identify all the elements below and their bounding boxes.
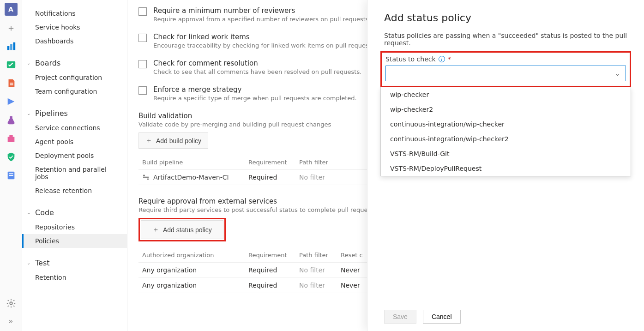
nav-repositories[interactable]: Repositories: [22, 220, 127, 234]
policy-desc: Require a specific type of merge when pu…: [153, 95, 357, 102]
status-option[interactable]: wip-checker2: [381, 102, 631, 117]
status-options-dropdown: wip-checker wip-checker2 continuous-inte…: [380, 87, 631, 176]
add-status-policy-highlight: ＋ Add status policy: [138, 218, 226, 241]
policy-desc: Check to see that all comments have been…: [153, 68, 361, 75]
status-field-highlight: Status to check i * ⌄: [380, 51, 631, 87]
required-asterisk: *: [448, 55, 451, 63]
cell-org: Any organization: [138, 278, 245, 293]
nav-project-config[interactable]: Project configuration: [22, 71, 127, 84]
shield-icon[interactable]: [5, 150, 18, 163]
nav-agent-pools[interactable]: Agent pools: [22, 135, 127, 149]
nav-group-boards[interactable]: ⌄Boards: [22, 55, 127, 71]
policy-merge-checkbox[interactable]: [138, 86, 147, 95]
plus-icon: ＋: [152, 225, 159, 234]
expand-icon[interactable]: »: [5, 314, 18, 327]
nav-notifications[interactable]: Notifications: [22, 6, 127, 20]
svg-point-11: [10, 302, 12, 305]
settings-nav: Notifications Service hooks Dashboards ⌄…: [22, 0, 127, 331]
add-status-policy-panel: Add status policy Status policies are pa…: [367, 0, 644, 331]
panel-intro: Status policies are passing when a "succ…: [384, 32, 627, 47]
test-plans-icon[interactable]: [5, 114, 18, 126]
policy-desc: Encourage traceability by checking for l…: [153, 42, 376, 49]
cell-req: Required: [245, 263, 295, 278]
status-option[interactable]: VSTS-RM/DeployPullRequest: [381, 161, 631, 176]
nav-group-code-label: Code: [35, 208, 54, 217]
cell-org: Any organization: [138, 263, 245, 278]
col-requirement: Requirement: [245, 155, 295, 170]
pipeline-icon: [142, 174, 150, 181]
overview-icon[interactable]: [5, 40, 18, 53]
svg-rect-6: [7, 137, 14, 142]
svg-rect-1: [10, 44, 12, 50]
add-build-policy-label: Add build policy: [156, 137, 201, 144]
svg-rect-2: [13, 42, 15, 50]
col-auth-org: Authorized organization: [138, 248, 245, 263]
nav-retention-jobs[interactable]: Retention and parallel jobs: [22, 162, 127, 184]
svg-rect-9: [9, 173, 13, 174]
nav-group-boards-label: Boards: [35, 59, 60, 67]
svg-rect-5: [10, 84, 13, 85]
repos-icon[interactable]: [5, 77, 18, 90]
wiki-icon[interactable]: [5, 169, 18, 182]
pipeline-name: ArtifactDemo-Maven-CI: [153, 174, 229, 181]
policy-desc: Require approval from a specified number…: [153, 16, 371, 23]
svg-rect-12: [143, 177, 149, 178]
project-avatar[interactable]: A: [5, 3, 18, 16]
svg-rect-7: [9, 135, 12, 138]
nav-release-retention[interactable]: Release retention: [22, 184, 127, 198]
status-label-text: Status to check: [385, 55, 436, 63]
add-build-policy-button[interactable]: ＋ Add build policy: [138, 132, 208, 149]
policy-comment-checkbox[interactable]: [138, 60, 147, 68]
cell-requirement: Required: [245, 170, 295, 185]
policy-title: Check for linked work items: [153, 33, 376, 41]
plus-icon[interactable]: ＋: [5, 21, 18, 34]
cell-req: Required: [245, 278, 295, 293]
chevron-down-icon: ⌄: [611, 67, 624, 80]
cell-path: No filter: [295, 263, 337, 278]
status-to-check-label: Status to check i *: [385, 55, 626, 63]
nav-service-connections[interactable]: Service connections: [22, 121, 127, 135]
artifacts-icon[interactable]: [5, 132, 18, 145]
col-build-pipeline: Build pipeline: [138, 155, 245, 170]
policy-title: Enforce a merge strategy: [153, 85, 357, 94]
nav-team-config[interactable]: Team configuration: [22, 84, 127, 98]
policy-min-reviewers-checkbox[interactable]: [138, 7, 147, 16]
add-status-policy-label: Add status policy: [163, 226, 212, 234]
svg-rect-4: [10, 83, 13, 84]
status-to-check-dropdown[interactable]: ⌄: [385, 66, 626, 81]
nav-test-retention[interactable]: Retention: [22, 271, 127, 284]
pipelines-icon[interactable]: [5, 95, 18, 108]
svg-rect-10: [9, 175, 13, 176]
svg-rect-13: [143, 175, 145, 176]
col-requirement: Requirement: [245, 248, 295, 263]
status-option[interactable]: wip-checker: [381, 87, 631, 102]
nav-group-test-label: Test: [35, 259, 50, 267]
nav-deployment-pools[interactable]: Deployment pools: [22, 149, 127, 162]
icon-rail: A ＋ »: [0, 0, 22, 331]
cancel-button[interactable]: Cancel: [423, 310, 461, 324]
panel-title: Add status policy: [384, 12, 627, 24]
external-desc-text: Require third party services to post suc…: [138, 206, 380, 213]
svg-rect-14: [147, 179, 149, 180]
nav-group-pipelines-label: Pipelines: [35, 109, 68, 118]
settings-gear-icon[interactable]: [5, 297, 18, 310]
nav-policies[interactable]: Policies: [22, 234, 127, 248]
svg-rect-0: [7, 46, 9, 50]
col-path-filter: Path filter: [295, 248, 337, 263]
status-option[interactable]: continuous-integration/wip-checker2: [381, 132, 631, 146]
status-option[interactable]: VSTS-RM/Build-Git: [381, 146, 631, 161]
add-status-policy-button[interactable]: ＋ Add status policy: [141, 220, 223, 239]
policy-title: Require a minimum number of reviewers: [153, 6, 371, 15]
status-option[interactable]: continuous-integration/wip-checker: [381, 117, 631, 132]
nav-group-code[interactable]: ⌄Code: [22, 205, 127, 220]
info-icon[interactable]: i: [439, 56, 445, 62]
nav-group-test[interactable]: ⌄Test: [22, 255, 127, 271]
policy-linked-checkbox[interactable]: [138, 34, 147, 42]
cell-path: No filter: [295, 278, 337, 293]
save-button[interactable]: Save: [384, 310, 416, 324]
plus-icon: ＋: [145, 136, 152, 145]
boards-icon[interactable]: [5, 58, 18, 71]
nav-group-pipelines[interactable]: ⌄Pipelines: [22, 106, 127, 121]
nav-service-hooks[interactable]: Service hooks: [22, 20, 127, 34]
nav-dashboards[interactable]: Dashboards: [22, 34, 127, 48]
